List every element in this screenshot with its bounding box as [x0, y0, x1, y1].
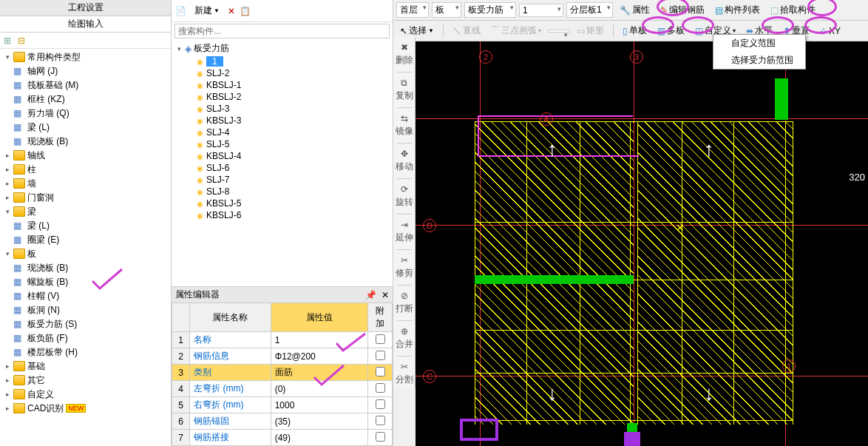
list-item[interactable]: ◉SLJ-4 — [173, 126, 391, 138]
vtoolbar-移动[interactable]: ✥移动 — [395, 146, 414, 175]
tree-item[interactable]: ▸CAD识别NEW — [1, 402, 169, 416]
list-item[interactable]: ◉SLJ-6 — [173, 162, 391, 174]
tree-item[interactable]: ▦现浇板 (B) — [1, 135, 169, 149]
list-item[interactable]: ◉SLJ-8 — [173, 186, 391, 197]
collapse-icon[interactable]: ⊟ — [18, 36, 28, 46]
tree-item[interactable]: ▦板负筋 (F) — [1, 331, 169, 345]
subcategory-combo[interactable]: 板受力筋 — [464, 2, 516, 18]
prop-row[interactable]: 6钢筋锚固(35) — [172, 413, 393, 430]
tree-item[interactable]: ▾板 — [1, 247, 169, 261]
vtoolbar-旋转[interactable]: ⟳旋转 — [395, 182, 414, 211]
tree-item[interactable]: ▾常用构件类型 — [1, 50, 169, 64]
tree-item[interactable]: ▸基础 — [1, 359, 169, 374]
prop-checkbox[interactable] — [376, 334, 385, 344]
tree-item[interactable]: ▦轴网 (J) — [1, 64, 169, 78]
prop-checkbox[interactable] — [376, 351, 385, 360]
tree-item[interactable]: ▦板受力筋 (S) — [1, 317, 169, 331]
tree-item[interactable]: ▸柱 — [1, 163, 169, 177]
component-tree[interactable]: ▾常用构件类型▦轴网 (J)▦筏板基础 (M)▦框柱 (KZ)▦剪力墙 (Q)▦… — [0, 49, 171, 446]
floor-combo[interactable]: 首层 — [396, 2, 429, 18]
pin-icon[interactable]: 📌 — [365, 290, 376, 300]
list-item[interactable]: ◉SLJ-7 — [173, 174, 391, 186]
tree-item[interactable]: ▸其它 — [1, 374, 169, 388]
prop-row[interactable]: 5右弯折 (mm)1000 — [172, 397, 393, 413]
tree-item[interactable]: ▾梁 — [1, 205, 169, 219]
new-button[interactable]: 新建 ▼ — [191, 2, 223, 19]
tree-item[interactable]: ▦筏板基础 (M) — [1, 78, 169, 92]
component-list[interactable]: ▾◈板受力筋◉1◉SLJ-2◉KBSLJ-1◉KBSLJ-2◉SLJ-3◉KBS… — [172, 40, 393, 286]
list-root[interactable]: ▾◈板受力筋 — [173, 41, 391, 55]
prop-checkbox[interactable] — [376, 399, 385, 409]
tree-item[interactable]: ▸门窗洞 — [1, 191, 169, 205]
custom-dropdown[interactable]: 自定义范围 选择受力筋范围 — [713, 34, 806, 70]
close-icon[interactable]: ✕ — [382, 290, 389, 300]
tree-item[interactable]: ▸自定义 — [1, 388, 169, 402]
tree-item[interactable]: ▦柱帽 (V) — [1, 289, 169, 303]
list-item[interactable]: ◉KBSLJ-1 — [173, 79, 391, 91]
single-icon: ▯ — [623, 26, 628, 36]
rect-button[interactable]: ▭矩形 — [573, 22, 608, 39]
xy-button[interactable]: ⊹XY — [816, 24, 844, 38]
prop-row[interactable]: 7钢筋搭接(49) — [172, 430, 393, 446]
list-item[interactable]: ◉KBSLJ-6 — [173, 209, 391, 221]
list-item[interactable]: ◉KBSLJ-5 — [173, 197, 391, 209]
prop-checkbox[interactable] — [376, 416, 385, 425]
vtoolbar-延伸[interactable]: ⇥延伸 — [395, 217, 414, 246]
vtoolbar-镜像[interactable]: ⇆镜像 — [395, 111, 414, 140]
prop-row[interactable]: 1名称1 — [172, 332, 393, 348]
tree-item[interactable]: ▸轴线 — [1, 149, 169, 163]
tree-item[interactable]: ▦梁 (L) — [1, 121, 169, 135]
list-item[interactable]: ◉KBSLJ-2 — [173, 91, 391, 103]
prop-row[interactable]: 3类别面筋 — [172, 365, 393, 381]
list-item[interactable]: ◉SLJ-3 — [173, 103, 391, 115]
vtoolbar-合并[interactable]: ⊕合并 — [395, 324, 414, 353]
tree-item[interactable]: ▦梁 (L) — [1, 219, 169, 233]
vtoolbar-修剪[interactable]: ✂修剪 — [395, 253, 414, 282]
line-button[interactable]: ＼直线 — [449, 22, 484, 39]
prop-checkbox[interactable] — [376, 383, 385, 393]
edit-rebar-button[interactable]: ✎编辑钢筋 — [657, 1, 708, 18]
multi-board-button[interactable]: ▥多板 — [654, 22, 688, 39]
canvas[interactable]: ↑ ↑ ↓ ↓ 2 3 A D C 1 320 ✕ — [416, 41, 868, 446]
arc-button[interactable]: ⌒三点画弧▾ — [487, 22, 545, 39]
vtoolbar-复制[interactable]: ⧉复制 — [395, 75, 414, 104]
list-item[interactable]: ◉SLJ-5 — [173, 138, 391, 150]
list-item[interactable]: ◉KBSLJ-3 — [173, 115, 391, 126]
category-combo[interactable]: 板 — [432, 2, 461, 18]
tab-settings[interactable]: 工程设置 — [0, 0, 171, 16]
expand-icon[interactable]: ⊞ — [4, 36, 14, 46]
list-item[interactable]: ◉SLJ-2 — [173, 67, 391, 79]
tab-draw-input[interactable]: 绘图输入 — [0, 16, 171, 33]
single-board-button[interactable]: ▯单板 — [619, 22, 651, 39]
dropdown-select-rebar-range[interactable]: 选择受力筋范围 — [713, 52, 805, 69]
vtoolbar-打断[interactable]: ⊘打断 — [395, 288, 414, 317]
tree-item[interactable]: ▦螺旋板 (B) — [1, 275, 169, 289]
delete-icon[interactable]: ✕ — [228, 6, 235, 16]
property-table[interactable]: 属性名称 属性值 附加 1名称12钢筋信息Φ12@2003类别面筋4左弯折 (m… — [172, 303, 393, 446]
vtoolbar-删除[interactable]: ✖删除 — [395, 40, 414, 69]
tree-item[interactable]: ▦板洞 (N) — [1, 303, 169, 317]
item-combo[interactable]: 1 — [519, 4, 563, 17]
prop-checkbox[interactable] — [376, 432, 385, 442]
copy-icon[interactable]: 📋 — [240, 6, 251, 16]
tree-item[interactable]: ▦剪力墙 (Q) — [1, 107, 169, 121]
tree-item[interactable]: ▦圈梁 (E) — [1, 233, 169, 247]
props-button[interactable]: 🔧属性 — [616, 1, 654, 18]
list-item[interactable]: ◉1 — [173, 55, 391, 67]
dropdown-custom-range[interactable]: 自定义范围 — [713, 35, 805, 52]
prop-row[interactable]: 4左弯折 (mm)(0) — [172, 381, 393, 397]
pick-button[interactable]: ⬚拾取构件 — [767, 1, 819, 18]
new-icon[interactable]: 📄 — [175, 6, 186, 16]
prop-checkbox[interactable] — [376, 367, 385, 376]
layer-combo[interactable]: 分层板1 — [566, 2, 613, 18]
list-item[interactable]: ◉KBSLJ-4 — [173, 150, 391, 162]
tree-item[interactable]: ▦框柱 (KZ) — [1, 92, 169, 107]
vtoolbar-分割[interactable]: ✂分割 — [395, 359, 414, 388]
list-button[interactable]: ▤构件列表 — [711, 1, 764, 18]
empty-combo[interactable] — [548, 30, 570, 33]
tree-item[interactable]: ▦楼层板带 (H) — [1, 345, 169, 359]
tree-item[interactable]: ▸墙 — [1, 177, 169, 191]
prop-row[interactable]: 2钢筋信息Φ12@200 — [172, 348, 393, 365]
search-input[interactable] — [174, 24, 390, 38]
tree-item[interactable]: ▦现浇板 (B) — [1, 261, 169, 275]
